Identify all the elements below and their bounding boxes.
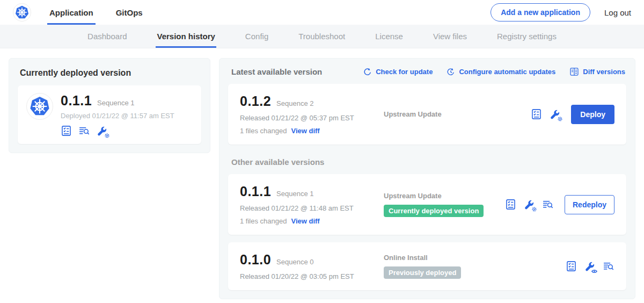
subnav-tab-config[interactable]: Config — [244, 25, 269, 48]
wrench-gear-icon[interactable] — [97, 126, 107, 136]
config-checklist-icon[interactable] — [505, 199, 516, 210]
wrench-eye-icon[interactable] — [584, 261, 595, 272]
main-content: Currently deployed version — [0, 48, 644, 299]
currently-deployed-title: Currently deployed version — [20, 68, 201, 78]
kubernetes-logo-icon — [13, 3, 31, 21]
configure-automatic-updates-link[interactable]: Configure automatic updates — [447, 68, 555, 76]
app-subnav: Dashboard Version history Config Trouble… — [0, 25, 644, 48]
refresh-icon — [363, 68, 372, 76]
header-right: Add a new application Log out — [491, 0, 631, 25]
sequence-label: Sequence 2 — [276, 99, 313, 107]
deploy-button[interactable]: Deploy — [571, 105, 614, 124]
sequence-label: Sequence 1 — [276, 190, 313, 198]
app-logo — [13, 0, 31, 25]
logs-icon[interactable] — [78, 125, 90, 136]
previously-deployed-badge: Previously deployed — [384, 266, 461, 279]
subnav-tab-view-files[interactable]: View files — [432, 25, 468, 48]
subnav-tab-license[interactable]: License — [374, 25, 404, 48]
wrench-gear-icon[interactable] — [550, 109, 560, 120]
currently-deployed-panel: Currently deployed version — [9, 58, 210, 153]
version-number: 0.1.1 — [240, 184, 271, 199]
released-timestamp: Released 01/20/22 @ 03:05 pm EST — [240, 272, 384, 280]
tab-gitops[interactable]: GitOps — [114, 0, 145, 25]
diff-versions-label: Diff versions — [583, 68, 625, 76]
version-card-latest: 0.1.2 Sequence 2 Released 01/21/22 @ 05:… — [228, 84, 626, 145]
check-for-update-label: Check for update — [376, 68, 433, 76]
version-card: 0.1.0 Sequence 0 Released 01/20/22 @ 03:… — [228, 242, 626, 290]
logs-icon[interactable] — [542, 199, 554, 210]
version-source-label: Upstream Update — [384, 192, 505, 200]
version-actions: Check for update Configure automatic upd… — [363, 67, 625, 76]
gear-subicon — [532, 207, 537, 212]
deployed-version-number: 0.1.1 — [61, 93, 92, 109]
version-history-panel: Latest available version Check for updat… — [219, 58, 635, 299]
view-diff-link[interactable]: View diff — [291, 127, 319, 135]
currently-deployed-card: 0.1.1 Sequence 1 Deployed 01/21/22 @ 11:… — [18, 85, 201, 144]
wrench-gear-icon[interactable] — [524, 199, 535, 210]
version-number: 0.1.2 — [240, 93, 271, 109]
config-checklist-icon[interactable] — [61, 125, 72, 136]
deployed-version-info: 0.1.1 Sequence 1 Deployed 01/21/22 @ 11:… — [61, 93, 174, 136]
subnav-tab-version-history[interactable]: Version history — [156, 25, 216, 48]
version-source-label: Upstream Update — [384, 110, 531, 118]
subnav-tab-troubleshoot[interactable]: Troubleshoot — [297, 25, 346, 48]
tab-application[interactable]: Application — [47, 0, 96, 25]
subnav-tab-registry-settings[interactable]: Registry settings — [496, 25, 558, 48]
admin-console-page: Application GitOps Add a new application… — [0, 0, 644, 303]
check-for-update-link[interactable]: Check for update — [363, 68, 433, 76]
logout-button[interactable]: Log out — [604, 8, 631, 17]
eye-subicon — [591, 269, 597, 273]
released-timestamp: Released 01/21/22 @ 11:48 am EST — [240, 204, 384, 212]
deployed-timestamp: Deployed 01/21/22 @ 11:57 am EST — [61, 112, 174, 120]
currently-deployed-badge: Currently deployed version — [384, 205, 484, 217]
gear-subicon — [558, 117, 562, 121]
version-number: 0.1.0 — [240, 252, 271, 268]
files-changed-label: 1 files changed — [240, 217, 287, 225]
configure-automatic-updates-label: Configure automatic updates — [459, 68, 555, 76]
config-checklist-icon[interactable] — [531, 109, 542, 120]
version-card: 0.1.1 Sequence 1 Released 01/21/22 @ 11:… — [228, 174, 626, 235]
config-checklist-icon[interactable] — [566, 261, 577, 272]
version-source-label: Online Install — [384, 254, 566, 262]
logs-icon[interactable] — [603, 261, 614, 272]
deployed-sequence-label: Sequence 1 — [97, 99, 134, 107]
schedule-icon — [447, 68, 455, 76]
top-header: Application GitOps Add a new application… — [0, 0, 644, 25]
diff-versions-link[interactable]: Diff versions — [569, 67, 625, 76]
subnav-tab-dashboard[interactable]: Dashboard — [86, 25, 128, 48]
latest-available-title: Latest available version — [231, 67, 322, 76]
header-tabs: Application GitOps — [47, 0, 145, 25]
other-available-versions-title: Other available versions — [231, 157, 625, 167]
released-timestamp: Released 01/21/22 @ 05:37 pm EST — [240, 114, 384, 122]
diff-icon — [569, 67, 579, 76]
add-application-button[interactable]: Add a new application — [491, 3, 590, 21]
files-changed-label: 1 files changed — [240, 127, 287, 135]
sequence-label: Sequence 0 — [276, 258, 313, 266]
view-diff-link[interactable]: View diff — [291, 217, 319, 225]
gear-subicon — [105, 133, 109, 138]
redeploy-button[interactable]: Redeploy — [565, 195, 614, 214]
kubernetes-app-icon — [26, 93, 53, 120]
